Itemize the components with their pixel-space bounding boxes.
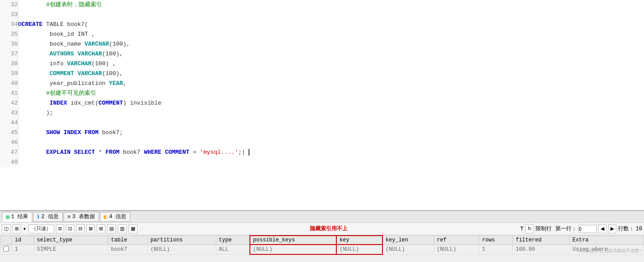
toolbar-add[interactable]: ⊞ <box>97 224 105 233</box>
toolbar-copy2[interactable]: ⊡ <box>66 224 74 233</box>
line-code[interactable] <box>18 118 644 128</box>
toolbar-cols[interactable]: ▤ <box>107 224 116 233</box>
line-code[interactable]: COMMENT VARCHAR(100), <box>18 69 644 79</box>
line-code[interactable]: SHOW INDEX FROM book7; <box>18 128 644 138</box>
tab-info2[interactable]: ◧ 4 信息 <box>100 212 130 222</box>
line-number: 40 <box>0 79 18 89</box>
tab-tabledata-label: 3 表数据 <box>72 213 94 220</box>
results-table: idselect_typetablepartitionstypepossible… <box>0 235 644 255</box>
editor-area: 32 #创建表时，隐藏索引33 34⊟CREATE TABLE book7(35… <box>0 0 644 210</box>
line-number: 38 <box>0 59 18 69</box>
toolbar-dropdown-arrow: ▾ <box>23 225 26 232</box>
toolbar-save[interactable]: ⊟ <box>76 224 85 233</box>
line-code[interactable] <box>18 10 644 20</box>
line-code[interactable] <box>18 157 644 167</box>
line-code[interactable]: book_id INT , <box>18 30 644 39</box>
line-number: 42 <box>0 98 18 108</box>
code-line: 40 year_publication YEAR, <box>0 79 644 89</box>
line-number: 44 <box>0 118 18 128</box>
line-number: 46 <box>0 138 18 148</box>
bottom-panel: ▦ 1 结果 ℹ 2 信息 ⊞ 3 表数据 ◧ 4 信息 ◫ ⊞ ▾ （只读） … <box>0 210 644 262</box>
line-number: 33 <box>0 10 18 20</box>
code-line: 47 EXPLAIN SELECT * FROM book7 WHERE COM… <box>0 148 644 157</box>
results-area: idselect_typetablepartitionstypepossible… <box>0 235 644 255</box>
col-header-filtered: filtered <box>513 236 570 245</box>
filter-label: 限制行 第一行： <box>536 225 576 232</box>
watermark: CSDN@你怎么连话都说不清楚~ <box>577 248 642 254</box>
line-code[interactable]: book_name VARCHAR(100), <box>18 39 644 49</box>
code-line: 34⊟CREATE TABLE book7( <box>0 20 644 30</box>
toolbar-rows[interactable]: ▥ <box>118 224 127 233</box>
prev-btn[interactable]: ◀ <box>598 224 606 233</box>
line-code[interactable]: EXPLAIN SELECT * FROM book7 WHERE COMMEN… <box>18 148 644 157</box>
line-number: 36 <box>0 39 18 49</box>
toolbar-copy[interactable]: ⧉ <box>56 224 64 233</box>
col-header-possible_keys: possible_keys <box>250 236 336 245</box>
cell-select_type: SIMPLE <box>34 245 108 254</box>
line-number: 32 <box>0 0 18 10</box>
readonly-badge: （只读） <box>28 224 54 233</box>
row-checkbox[interactable] <box>0 245 12 254</box>
table-icon: ▦ <box>6 213 9 220</box>
next-btn[interactable]: ▶ <box>608 224 616 233</box>
col-header-Extra: Extra <box>570 236 644 245</box>
line-code[interactable]: year_publication YEAR, <box>18 79 644 89</box>
line-number: 43 <box>0 108 18 118</box>
line-number: 45 <box>0 128 18 138</box>
toolbar-btn-2[interactable]: ⊞ <box>13 224 21 233</box>
col-header-checkbox <box>0 236 12 245</box>
line-number: 39 <box>0 69 18 79</box>
readonly-label: （只读） <box>31 225 51 232</box>
line-code[interactable]: #创建不可见的索引 <box>18 89 644 98</box>
line-number: 48 <box>0 157 18 167</box>
rows-value: 10 <box>636 226 642 232</box>
col-header-select_type: select_type <box>34 236 108 245</box>
code-line: 44 <box>0 118 644 128</box>
tab-info-label: 2 信息 <box>41 213 58 220</box>
line-number: 35 <box>0 30 18 39</box>
code-line: 43 ); <box>0 108 644 118</box>
filter-icon: ⊤ <box>520 225 524 232</box>
filter-input[interactable] <box>579 225 597 233</box>
line-code[interactable]: ); <box>18 108 644 118</box>
code-line: 48 <box>0 157 644 167</box>
filter-area: ⊤ ↻ 限制行 第一行： ◀ ▶ 行数： 10 <box>520 224 642 233</box>
cell-id: 1 <box>12 245 34 254</box>
grid-icon: ⊞ <box>68 214 71 220</box>
line-code[interactable]: info VARCHAR(100) , <box>18 59 644 69</box>
line-code[interactable]: ⊟CREATE TABLE book7( <box>18 20 644 30</box>
line-code[interactable]: #创建表时，隐藏索引 <box>18 0 644 10</box>
tab-tabledata[interactable]: ⊞ 3 表数据 <box>64 212 99 222</box>
cell-table: book7 <box>108 245 147 254</box>
line-code[interactable]: AUTHORS VARCHAR(100), <box>18 49 644 59</box>
toolbar-view[interactable]: ▦ <box>129 224 137 233</box>
code-line: 32 #创建表时，隐藏索引 <box>0 0 644 10</box>
code-line: 35 book_id INT , <box>0 30 644 39</box>
code-line: 41 #创建不可见的索引 <box>0 89 644 98</box>
code-editor: 32 #创建表时，隐藏索引33 34⊟CREATE TABLE book7(35… <box>0 0 644 167</box>
toolbar-btn-1[interactable]: ◫ <box>2 224 11 233</box>
refresh-btn[interactable]: ↻ <box>525 224 534 233</box>
cell-partitions: (NULL) <box>147 245 216 254</box>
cell-filtered: 100.00 <box>513 245 570 254</box>
cell-rows: 1 <box>479 245 513 254</box>
col-header-partitions: partitions <box>147 236 216 245</box>
code-line: 38 info VARCHAR(100) , <box>0 59 644 69</box>
code-line: 42 INDEX idx_cmt(COMMENT) invisible <box>0 98 644 108</box>
tab-results[interactable]: ▦ 1 结果 <box>2 212 32 222</box>
tab-info[interactable]: ℹ 2 信息 <box>33 212 62 222</box>
code-line: 39 COMMENT VARCHAR(100), <box>0 69 644 79</box>
col-header-type: type <box>216 236 250 245</box>
line-number: 41 <box>0 89 18 98</box>
warning-icon: ◧ <box>104 213 107 220</box>
toolbar-del[interactable]: ⊠ <box>86 224 95 233</box>
col-header-id: id <box>12 236 34 245</box>
cell-type: ALL <box>216 245 250 254</box>
line-number: 37 <box>0 49 18 59</box>
line-number: 34 <box>0 20 18 30</box>
col-header-rows: rows <box>479 236 513 245</box>
line-code[interactable]: INDEX idx_cmt(COMMENT) invisible <box>18 98 644 108</box>
line-code[interactable] <box>18 138 644 148</box>
rows-label: 行数： <box>618 225 634 232</box>
cell-key: (NULL) <box>336 245 382 254</box>
